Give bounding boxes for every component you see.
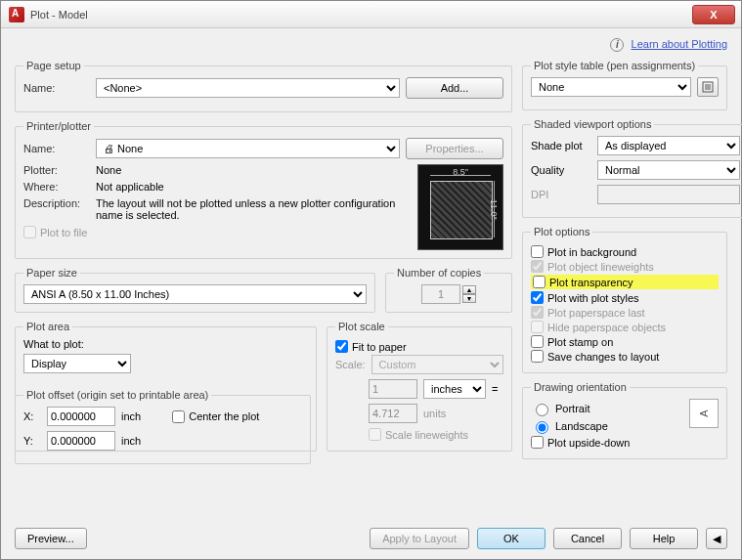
scale-units-label: units [423, 408, 446, 419]
quality-select[interactable]: Normal [597, 160, 740, 180]
collapse-button[interactable]: ◀ [706, 528, 727, 549]
opt-bg-checkbox[interactable] [531, 245, 544, 258]
scale-lw-label: Scale lineweights [385, 429, 468, 441]
opt-save-checkbox[interactable] [531, 350, 544, 363]
portrait-label: Portrait [555, 403, 589, 414]
copies-up: ▲ [462, 285, 476, 294]
shaded-group: Shaded viewport options Shade plotAs dis… [522, 118, 742, 218]
footer: Preview... Apply to Layout OK Cancel Hel… [15, 522, 727, 549]
copies-legend: Number of copies [394, 267, 484, 279]
window-title: Plot - Model [30, 9, 692, 21]
offset-x-label: X: [23, 410, 41, 422]
fit-to-paper-label: Fit to paper [352, 341, 407, 353]
scale-lw-checkbox [369, 428, 381, 441]
cancel-button[interactable]: Cancel [553, 528, 622, 549]
copies-stepper: ▲▼ [421, 284, 476, 304]
landscape-radio[interactable] [536, 421, 548, 434]
what-plot-label: What to plot: [23, 338, 308, 350]
ps-add-button[interactable]: Add... [406, 77, 503, 99]
offset-y-label: Y: [23, 435, 41, 447]
opt-hide-label: Hide paperspace objects [547, 322, 666, 333]
scale-equals: = [492, 383, 498, 395]
plot-offset-legend: Plot offset (origin set to printable are… [23, 389, 211, 401]
help-button[interactable]: Help [630, 528, 698, 549]
copies-group: Number of copies ▲▼ [385, 267, 512, 313]
pr-desc-label: Description: [23, 197, 90, 209]
pr-name-select[interactable]: 🖨 None [96, 139, 400, 158]
offset-x-input[interactable] [47, 407, 115, 426]
close-button[interactable]: X [692, 5, 735, 24]
plot-scale-group: Plot scale Fit to paper Scale:Custom inc… [327, 321, 512, 452]
paper-preview: 8.5" 11.0" [417, 164, 503, 250]
opt-stamp-checkbox[interactable] [531, 335, 544, 348]
orientation-icon: A [689, 399, 719, 428]
landscape-label: Landscape [555, 420, 608, 432]
scale-val2-input [369, 404, 417, 423]
paper-size-select[interactable]: ANSI A (8.50 x 11.00 Inches) [23, 284, 367, 304]
shaded-legend: Shaded viewport options [531, 118, 654, 130]
info-bar: i Learn about Plotting [15, 38, 727, 58]
plot-options-legend: Plot options [531, 226, 592, 237]
offset-x-unit: inch [121, 410, 141, 422]
portrait-radio[interactable] [536, 404, 548, 416]
center-plot-label: Center the plot [189, 410, 259, 422]
plot-dialog: Plot - Model X i Learn about Plotting Pa… [0, 0, 742, 560]
fit-to-paper-checkbox[interactable] [335, 340, 348, 353]
learn-link[interactable]: Learn about Plotting [632, 38, 727, 50]
paper-size-group: Paper size ANSI A (8.50 x 11.00 Inches) [15, 267, 375, 313]
apply-button: Apply to Layout [370, 528, 469, 549]
plot-options-group: Plot options Plot in background Plot obj… [522, 226, 727, 373]
dpi-label: DPI [531, 189, 591, 200]
info-icon: i [610, 38, 624, 52]
plot-offset-group: Plot offset (origin set to printable are… [15, 389, 311, 464]
ps-name-select[interactable]: <None> [96, 78, 400, 98]
opt-save-label: Save changes to layout [547, 351, 659, 363]
copies-input [421, 284, 460, 304]
orientation-legend: Drawing orientation [531, 381, 630, 393]
opt-hide-checkbox [531, 321, 544, 333]
upside-checkbox[interactable] [531, 436, 544, 449]
scale-val1-input [369, 379, 417, 399]
preview-button[interactable]: Preview... [15, 528, 87, 549]
opt-styles-checkbox[interactable] [531, 291, 544, 304]
opt-bg-label: Plot in background [547, 246, 636, 258]
orientation-group: Drawing orientation Portrait Landscape P… [522, 381, 727, 459]
scale-label: Scale: [335, 359, 366, 370]
pr-name-label: Name: [23, 143, 90, 154]
opt-styles-label: Plot with plot styles [547, 292, 639, 304]
page-setup-legend: Page setup [23, 60, 84, 71]
plot-to-file-checkbox [23, 226, 36, 238]
plot-area-legend: Plot area [23, 321, 72, 332]
plot-style-select[interactable]: None [531, 77, 691, 97]
ok-button[interactable]: OK [477, 528, 546, 549]
dpi-input [597, 185, 740, 204]
scale-select: Custom [371, 355, 503, 374]
pr-where-value: Not applicable [96, 181, 164, 193]
offset-y-input[interactable] [47, 431, 115, 451]
plot-to-file-label: Plot to file [40, 227, 87, 238]
offset-y-unit: inch [121, 435, 141, 447]
app-icon [9, 7, 24, 22]
center-plot-checkbox[interactable] [172, 410, 185, 423]
shade-plot-label: Shade plot [531, 140, 591, 151]
printer-legend: Printer/plotter [23, 120, 94, 132]
opt-stamp-label: Plot stamp on [547, 336, 613, 348]
opt-trans-checkbox[interactable] [533, 276, 546, 288]
plot-style-edit-button[interactable] [697, 77, 719, 97]
ps-name-label: Name: [23, 82, 90, 94]
titlebar[interactable]: Plot - Model X [1, 1, 741, 28]
opt-ps-label: Plot paperspace last [547, 307, 645, 319]
opt-lw-label: Plot object lineweights [547, 261, 654, 273]
shade-plot-select[interactable]: As displayed [597, 136, 740, 155]
opt-trans-label: Plot transparency [549, 277, 633, 288]
what-plot-select[interactable]: Display [23, 354, 131, 373]
page-setup-group: Page setup Name: <None> Add... [15, 60, 512, 112]
opt-lw-checkbox [531, 260, 544, 273]
quality-label: Quality [531, 164, 591, 176]
preview-height: 11.0" [489, 181, 499, 237]
scale-unit-select[interactable]: inches [423, 379, 486, 399]
copies-down: ▼ [462, 294, 476, 303]
content: i Learn about Plotting Page setup Name: … [1, 28, 741, 559]
pr-plotter-label: Plotter: [23, 164, 90, 176]
plot-style-group: Plot style table (pen assignments) None [522, 60, 727, 110]
